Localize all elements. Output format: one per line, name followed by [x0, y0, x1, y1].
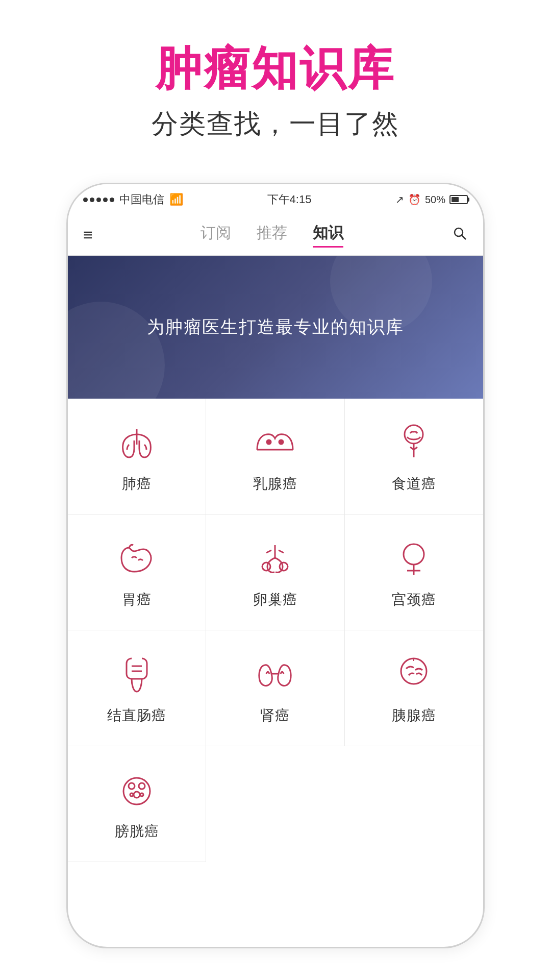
svg-point-0 — [455, 228, 463, 236]
svg-point-4 — [279, 440, 283, 444]
svg-point-20 — [129, 783, 135, 789]
grid-cell-colorectal[interactable]: 结直肠癌 — [68, 630, 206, 746]
esophagus-label: 食道癌 — [392, 474, 436, 494]
status-bar: 中国电信 📶 下午4:15 ↗ ⏰ 50% — [68, 184, 483, 215]
colorectal-label: 结直肠癌 — [107, 706, 166, 725]
search-button[interactable] — [452, 225, 468, 246]
svg-point-23 — [130, 793, 133, 796]
svg-point-11 — [404, 544, 424, 565]
svg-point-21 — [139, 783, 145, 789]
page-title: 肿瘤知识库 — [0, 41, 551, 96]
phone-frame: 中国电信 📶 下午4:15 ↗ ⏰ 50% ≡ 订阅 推荐 知识 为肿 — [66, 183, 485, 948]
svg-point-24 — [140, 793, 143, 796]
svg-point-7 — [262, 562, 270, 571]
banner: 为肿瘤医生打造最专业的知识库 — [68, 256, 483, 399]
breast-label: 乳腺癌 — [253, 474, 297, 494]
battery-icon — [449, 195, 468, 204]
nav-tabs: 订阅 推荐 知识 — [201, 223, 343, 248]
svg-point-17 — [401, 658, 427, 684]
ovary-label: 卵巢癌 — [253, 590, 297, 609]
wifi-icon: 📶 — [169, 193, 183, 206]
stomach-label: 胃癌 — [122, 590, 152, 609]
kidney-label: 肾癌 — [260, 706, 290, 725]
battery-text: 50% — [425, 194, 445, 206]
nav-bar: ≡ 订阅 推荐 知识 — [68, 215, 483, 256]
status-left: 中国电信 📶 — [83, 192, 183, 207]
cervix-label: 宫颈癌 — [392, 590, 436, 609]
cancer-grid: 肺癌 乳腺癌 食道癌 — [68, 399, 483, 862]
pancreas-label: 胰腺癌 — [392, 706, 436, 725]
page-subtitle: 分类查找，一目了然 — [0, 106, 551, 142]
svg-point-8 — [280, 562, 288, 571]
svg-line-10 — [279, 550, 284, 553]
status-right: ↗ ⏰ 50% — [395, 193, 468, 206]
svg-line-1 — [462, 235, 466, 239]
grid-cell-pancreas[interactable]: 胰腺癌 — [345, 630, 483, 746]
menu-icon[interactable]: ≡ — [83, 226, 93, 244]
signal-dots — [83, 198, 114, 202]
grid-cell-ovary[interactable]: 卵巢癌 — [206, 514, 344, 630]
svg-line-9 — [266, 550, 271, 553]
tab-knowledge[interactable]: 知识 — [313, 223, 343, 248]
svg-point-5 — [405, 425, 423, 444]
status-time: 下午4:15 — [267, 192, 312, 207]
svg-point-3 — [267, 440, 271, 444]
grid-cell-bladder[interactable]: 膀胱癌 — [68, 746, 206, 862]
battery-fill — [452, 197, 459, 202]
carrier-name: 中国电信 — [119, 192, 164, 207]
grid-cell-lung[interactable]: 肺癌 — [68, 399, 206, 514]
tab-subscribe[interactable]: 订阅 — [201, 223, 231, 248]
bladder-label: 膀胱癌 — [115, 822, 159, 841]
alarm-icon: ⏰ — [408, 193, 421, 206]
lung-label: 肺癌 — [122, 474, 152, 494]
grid-cell-esophagus[interactable]: 食道癌 — [345, 399, 483, 514]
grid-cell-breast[interactable]: 乳腺癌 — [206, 399, 344, 514]
grid-cell-cervix[interactable]: 宫颈癌 — [345, 514, 483, 630]
banner-text: 为肿瘤医生打造最专业的知识库 — [147, 315, 404, 339]
location-icon: ↗ — [395, 193, 404, 206]
page-header: 肿瘤知识库 分类查找，一目了然 — [0, 0, 551, 162]
svg-point-22 — [134, 792, 140, 798]
tab-recommend[interactable]: 推荐 — [257, 223, 287, 248]
grid-cell-kidney[interactable]: 肾癌 — [206, 630, 344, 746]
grid-cell-stomach[interactable]: 胃癌 — [68, 514, 206, 630]
